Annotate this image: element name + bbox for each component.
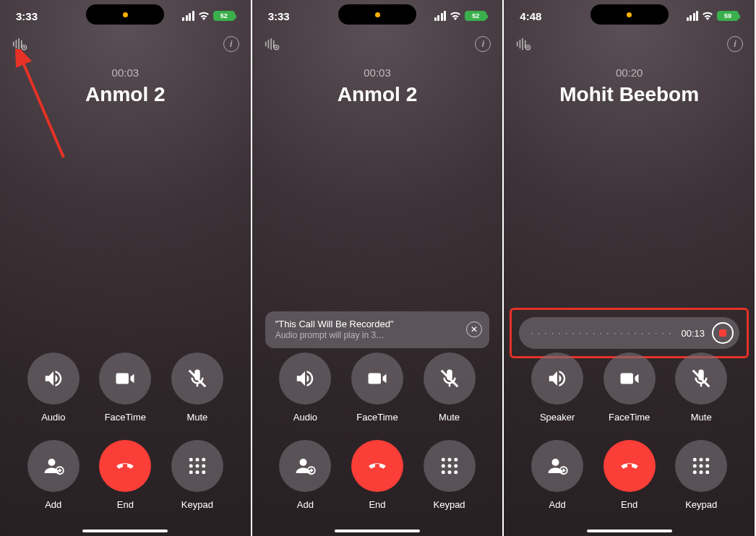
end-call-icon [99,440,151,492]
svg-point-17 [195,464,199,468]
audio-button[interactable]: Audio [279,353,331,423]
svg-point-42 [454,470,458,474]
mute-icon [424,353,476,405]
end-button[interactable]: End [351,440,403,510]
add-button[interactable]: Add [279,440,331,510]
call-duration: 00:20 [504,66,755,79]
keypad-icon [171,440,223,492]
facetime-icon [603,353,656,405]
facetime-button[interactable]: FaceTime [603,353,656,423]
close-icon[interactable]: ✕ [466,321,482,337]
call-duration: 00:03 [252,66,503,79]
battery-icon: 59 [717,11,739,21]
button-label: End [621,499,637,510]
mute-button[interactable]: Mute [171,353,223,423]
waveform-icon: · · · · · · · · · · · · · · · · · · · · … [531,329,674,337]
record-call-icon[interactable] [515,36,531,52]
speaker-icon [27,353,80,405]
call-button-grid: Audio FaceTime Mute Add End Keypad [252,353,503,510]
button-label: FaceTime [105,412,146,423]
keypad-icon [675,440,727,492]
button-label: Add [297,499,314,510]
svg-point-57 [705,458,709,462]
add-icon [27,440,80,492]
info-icon[interactable]: i [475,36,491,52]
wifi-icon [450,12,461,20]
call-header: 00:03 Anmol 2 [252,66,503,106]
notice-subtitle: Audio prompt will play in 3… [275,330,457,341]
call-button-grid: Speaker FaceTime Mute Add End Keypad [504,353,755,510]
button-label: FaceTime [356,412,398,423]
svg-point-19 [189,470,193,474]
dynamic-island [338,4,416,25]
svg-rect-28 [369,373,382,384]
svg-point-41 [447,470,451,474]
svg-point-39 [454,464,458,468]
record-call-icon[interactable] [264,36,280,52]
end-button[interactable]: End [99,440,151,510]
phone-screenshot-1: 3:33 52 i 00:03 Anmol 2 Audio Face [0,0,252,536]
svg-rect-7 [116,373,129,384]
button-label: End [117,499,134,510]
caller-name: Mohit Beebom [504,83,755,106]
speaker-icon [531,353,583,405]
add-button[interactable]: Add [27,440,80,510]
mute-button[interactable]: Mute [424,353,476,423]
facetime-button[interactable]: FaceTime [351,353,403,423]
status-right: 52 [182,11,235,21]
button-label: Keypad [685,499,717,510]
mute-button[interactable]: Mute [675,353,727,423]
audio-button[interactable]: Audio [27,353,80,423]
home-indicator [335,529,420,532]
keypad-icon [424,440,476,492]
button-label: Audio [293,412,317,423]
wifi-icon [198,12,210,20]
top-icons-row: i [0,36,251,52]
facetime-button[interactable]: FaceTime [99,353,151,423]
info-icon[interactable]: i [727,36,743,52]
svg-point-21 [202,470,205,474]
svg-point-59 [700,464,703,468]
svg-point-60 [705,464,709,468]
notice-title: "This Call Will Be Recorded" [275,319,457,330]
svg-point-15 [202,458,205,462]
svg-point-20 [195,470,199,474]
svg-point-56 [700,458,703,462]
record-call-icon[interactable] [12,36,27,52]
battery-icon: 52 [465,11,486,21]
stop-icon [719,329,726,337]
button-label: Keypad [434,499,465,510]
speaker-icon [279,353,331,405]
signal-icon [182,11,194,21]
call-header: 00:03 Anmol 2 [0,66,251,106]
facetime-icon [351,353,403,405]
keypad-button[interactable]: Keypad [675,440,727,510]
end-call-icon [351,440,403,492]
svg-point-34 [441,458,444,462]
speaker-button[interactable]: Speaker [531,353,583,423]
phone-screenshot-3: 4:48 59 i 00:20 Mohit Beebom · · · · · ·… [504,0,756,536]
info-icon[interactable]: i [223,36,239,52]
svg-point-35 [447,458,451,462]
button-label: Mute [186,412,207,423]
keypad-button[interactable]: Keypad [171,440,223,510]
svg-point-48 [527,46,529,48]
stop-recording-button[interactable] [712,322,734,344]
status-time: 3:33 [268,10,333,22]
end-button[interactable]: End [603,440,656,510]
recording-notice: "This Call Will Be Recorded" Audio promp… [265,311,490,348]
svg-point-30 [300,459,307,466]
svg-point-38 [447,464,451,468]
svg-point-5 [23,46,25,48]
svg-point-14 [195,458,199,462]
add-button[interactable]: Add [531,440,583,510]
status-time: 4:48 [520,10,585,22]
caller-name: Anmol 2 [252,83,503,106]
button-label: End [369,499,385,510]
end-call-icon [603,440,656,492]
button-label: Add [549,499,566,510]
svg-point-16 [189,464,193,468]
button-label: Audio [41,412,65,423]
button-label: Mute [691,412,712,423]
keypad-button[interactable]: Keypad [424,440,476,510]
